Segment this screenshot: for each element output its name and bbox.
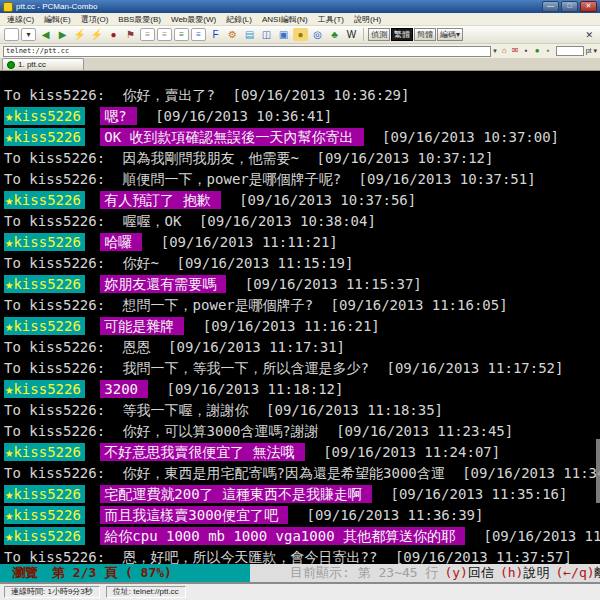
back-icon[interactable]: ◀ (38, 28, 53, 41)
timestamp: [09/16/2013 11:23:45] (336, 423, 513, 439)
tab-ptt[interactable]: 1. ptt.cc (2, 58, 84, 70)
font-icon[interactable]: F (208, 28, 223, 41)
chat-rows: To kiss5226: 你好，賣出了? [09/16/2013 10:36:2… (0, 71, 600, 568)
paste-icon[interactable]: ≡ (174, 28, 189, 41)
address-dropdown-icon[interactable]: ▾ (493, 47, 497, 55)
close-button[interactable]: ✕ (580, 1, 597, 12)
split-view-icon[interactable]: ◫ (259, 28, 274, 41)
timestamp: [09/16/2013 11:36:41] (483, 528, 600, 544)
forward-icon[interactable]: ▶ (55, 28, 70, 41)
connect-icon[interactable]: ⚡ (72, 28, 87, 41)
key-action: 回信 (468, 565, 494, 580)
toolbar-toggles: 偵測繁體簡體編碼▾ (367, 28, 463, 41)
chat-row: To kiss5226: 你好~ [09/16/2013 11:15:19] (4, 253, 600, 274)
menu-edit[interactable]: 編輯(E) (39, 14, 76, 25)
toggle-simplified[interactable]: 簡體 (414, 28, 436, 41)
sender-badge: ★kiss5226 (4, 317, 85, 335)
message-text: 你好，賣出了? (123, 87, 215, 103)
ansi-color-icon[interactable]: ▤ (242, 28, 257, 41)
message-text: 妳朋友還有需要嗎 (100, 275, 226, 293)
search-icon[interactable]: ◎ (310, 28, 325, 41)
outgoing-prefix: To kiss5226: (4, 360, 105, 376)
outgoing-prefix: To kiss5226: (4, 465, 105, 481)
copy-icon[interactable]: ≡ (140, 28, 155, 41)
timestamp: [09/16/2013 11:15:37] (245, 276, 422, 292)
chat-row: To kiss5226: 順便問一下，power是哪個牌子呢? [09/16/2… (4, 169, 600, 190)
address-refresh-icon[interactable]: ● (532, 46, 543, 56)
address-id-icon[interactable]: ▪ (521, 46, 532, 56)
sender-badge: ★kiss5226 (4, 128, 85, 146)
menu-tools[interactable]: 工具(T) (313, 14, 349, 25)
toolbar-close-icon[interactable]: ✕ (581, 30, 597, 40)
menu-help[interactable]: 說明(H) (349, 14, 386, 25)
timestamp: [09/16/2013 10:36:29] (232, 87, 409, 103)
open-connection-icon[interactable]: ▾ (21, 28, 36, 41)
chat-row: ★kiss5226 妳朋友還有需要嗎 [09/16/2013 11:15:37] (4, 274, 600, 295)
timestamp: [09/16/2013 11:16:21] (203, 318, 380, 334)
bbs-status-line: 瀏覽 第 2/3 頁 ( 87%) 目前顯示: 第 23~45 行 (y)回信 … (0, 564, 600, 582)
wikipedia-icon[interactable]: W (344, 28, 359, 41)
paste-quote-icon[interactable]: ≡ (191, 28, 206, 41)
timestamp: [09/16/2013 11:18:12] (166, 381, 343, 397)
address-row: ▾ ⌂✉▪●▪ pt ▾ (0, 44, 600, 58)
chat-row: ★kiss5226 不好意思我賣很便宜了 無法哦 [09/16/2013 11:… (4, 442, 600, 463)
address-home-icon[interactable]: ⌂ (499, 46, 510, 56)
copy-ansi-icon[interactable]: ≡ (157, 28, 172, 41)
tab-bar: 1. ptt.cc (0, 58, 600, 71)
sender-badge: ★kiss5226 (4, 485, 85, 503)
maximize-button[interactable]: □ (561, 1, 578, 12)
stop-icon[interactable]: ● (106, 28, 121, 41)
outgoing-prefix: To kiss5226: (4, 549, 105, 565)
sender-badge: ★kiss5226 (4, 380, 85, 398)
browser-window-icon[interactable]: ▣ (276, 28, 291, 41)
address-save-icon[interactable]: ▪ (543, 46, 554, 56)
tree-icon[interactable]: ♣ (327, 28, 342, 41)
lock-icon[interactable]: ● (293, 28, 308, 41)
disconnect-icon[interactable]: ⚡ (89, 28, 104, 41)
new-connection-icon[interactable] (4, 28, 19, 41)
titlebar: ptt.cc - PCMan-Combo — □ ✕ (0, 0, 600, 13)
message-text: 恩恩 (123, 339, 151, 355)
terminal-screen[interactable]: To kiss5226: 你好，賣出了? [09/16/2013 10:36:2… (0, 71, 600, 582)
line-range-indicator: 目前顯示: 第 23~45 行 (290, 564, 438, 582)
menu-web-favorites[interactable]: Web最愛(W) (166, 14, 221, 25)
address-mail-icon[interactable]: ✉ (510, 46, 521, 56)
scrollbar-thumb[interactable] (596, 439, 600, 503)
outgoing-prefix: To kiss5226: (4, 297, 105, 313)
toggle-encoding[interactable]: 編碼▾ (437, 28, 463, 41)
menu-bbs-favorites[interactable]: BBS最愛(B) (113, 14, 166, 25)
message-text: 你好，東西是用宅配寄嗎?因為還是希望能3000含運 (123, 465, 445, 481)
address-input[interactable] (3, 46, 491, 57)
chat-row: To kiss5226: 想問一下，power是哪個牌子? [09/16/201… (4, 295, 600, 316)
message-text: OK 收到款項確認無誤後一天內幫你寄出 (100, 128, 363, 146)
address-panel: 位址: telnet://ptt.cc (106, 586, 186, 598)
menu-options[interactable]: 選項(O) (76, 14, 114, 25)
sender-badge: ★kiss5226 (4, 443, 85, 461)
connection-time-panel: 連線時間: 1小時9分3秒 (4, 586, 100, 598)
flag-icon[interactable]: ⚑ (123, 28, 138, 41)
timestamp: [09/16/2013 10:36:41] (155, 108, 332, 124)
timestamp: [09/16/2013 10:37:12] (316, 150, 493, 166)
menu-ansi-editor[interactable]: ANSI編輯(N) (257, 14, 313, 25)
font-size-input[interactable] (556, 46, 584, 56)
message-text: 嗯? (100, 107, 136, 125)
timestamp: [09/16/2013 11:34:52] (462, 465, 600, 481)
toggle-traditional[interactable]: 繁體 (391, 28, 413, 41)
timestamp: [09/16/2013 11:37:57] (395, 549, 572, 565)
message-text: 可能是雜牌 (100, 317, 184, 335)
timestamp: [09/16/2013 10:38:04] (199, 213, 376, 229)
timestamp: [09/16/2013 10:37:51] (359, 171, 536, 187)
key-hints: (y)回信 (h)說明 (←/q)離開 (438, 564, 600, 582)
toolbar-icons: ▾◀▶⚡⚡●⚑≡≡≡≡F⚙▤◫▣●◎♣W (3, 28, 360, 41)
key-hint: (h)說明 (500, 564, 549, 582)
toggle-detect[interactable]: 偵測 (368, 28, 390, 41)
minimize-button[interactable]: — (542, 1, 559, 12)
menu-connect[interactable]: 連線(C) (2, 14, 39, 25)
timestamp: [09/16/2013 11:17:31] (168, 339, 345, 355)
message-text: 而且我這樣賣3000便宜了吧 (100, 506, 288, 524)
menu-log[interactable]: 紀錄(L) (221, 14, 257, 25)
chat-row: To kiss5226: 你好，可以算3000含運嗎?謝謝 [09/16/201… (4, 421, 600, 442)
key-hint: (←/q)離開 (555, 564, 600, 582)
settings-icon[interactable]: ⚙ (225, 28, 240, 41)
message-text: 順便問一下，power是哪個牌子呢? (123, 171, 342, 187)
